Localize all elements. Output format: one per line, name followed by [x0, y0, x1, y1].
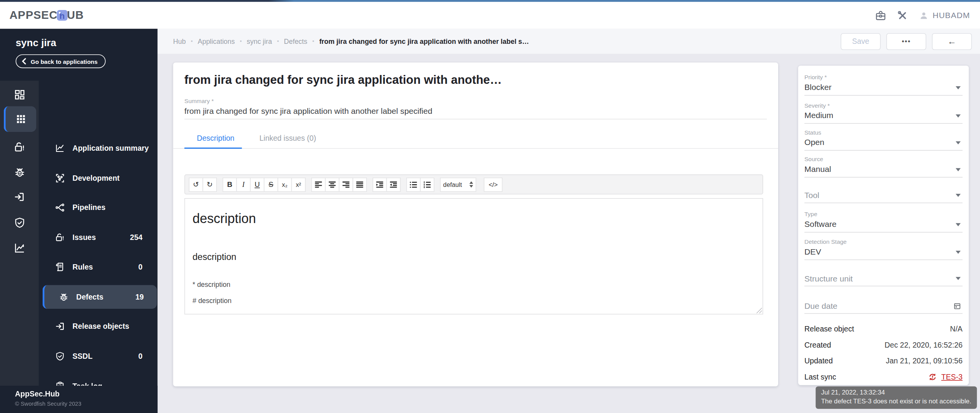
subscript-button[interactable]: x₂	[278, 177, 292, 192]
defect-title: from jira changed for sync jira applicat…	[185, 73, 502, 87]
sidebar-item-rules[interactable]: Rules 0	[39, 255, 158, 279]
summary-label: Summary *	[185, 98, 214, 105]
pipeline-icon	[55, 203, 65, 213]
numbered-list-button[interactable]	[420, 177, 434, 192]
shield-check-icon	[55, 351, 65, 361]
briefcase-icon[interactable]	[875, 10, 886, 21]
due-date-placeholder: Due date	[804, 301, 962, 311]
underline-button[interactable]: U	[250, 177, 264, 192]
align-center-button[interactable]	[325, 177, 339, 192]
sidebar: sync jira Go back to applications	[0, 29, 158, 413]
user-menu[interactable]: HUBADM	[919, 10, 970, 20]
item-count: 19	[135, 293, 144, 301]
save-button[interactable]: Save	[841, 33, 881, 50]
top-bar: APPSEC h UB HUBADM	[0, 2, 980, 29]
redo-button[interactable]: ↻	[203, 177, 217, 192]
rail-metrics-icon[interactable]	[0, 235, 39, 260]
sidebar-item-ssdl[interactable]: SSDL 0	[39, 345, 158, 368]
severity-label: Severity *	[804, 102, 962, 109]
align-left-button[interactable]	[311, 177, 326, 192]
paragraph-format-select[interactable]: default	[440, 177, 476, 192]
detection-stage-value: DEV	[804, 247, 962, 256]
breadcrumb-defects[interactable]: Defects	[284, 38, 308, 45]
code-view-button[interactable]: </>	[484, 177, 502, 192]
superscript-button[interactable]: x²	[291, 177, 306, 192]
breadcrumb-band: Hub• Applications• sync jira• Defects• f…	[158, 29, 980, 54]
breadcrumb-hub[interactable]: Hub	[173, 38, 186, 45]
editor-toolbar: ↺ ↻ B I U S x₂ x²	[185, 175, 763, 195]
source-field[interactable]: Source Manual	[804, 156, 962, 174]
editor-paragraph2: # description	[193, 297, 231, 305]
app-logo[interactable]: APPSEC h UB	[9, 9, 84, 22]
align-right-button[interactable]	[339, 177, 353, 192]
rail-issues-icon[interactable]	[0, 135, 39, 160]
tab-description[interactable]: Description	[185, 130, 247, 150]
tooltip-message: The defect TES-3 does not exist or is no…	[821, 397, 971, 406]
tool-field[interactable]: Tool	[804, 191, 962, 200]
breadcrumb-applications[interactable]: Applications	[198, 38, 235, 45]
tooltip-timestamp: Jul 21, 2022, 13:32:34	[821, 388, 971, 397]
back-button[interactable]: ←	[932, 33, 972, 50]
strikethrough-button[interactable]: S	[264, 177, 278, 192]
severity-value: Medium	[804, 111, 962, 120]
undo-button[interactable]: ↺	[189, 177, 203, 192]
sidebar-footer: AppSec.Hub © Swordfish Security 2023	[0, 386, 158, 413]
chevron-down-icon	[956, 277, 961, 280]
sidebar-item-issues[interactable]: Issues 254	[39, 226, 158, 250]
tab-linked-issues[interactable]: Linked issues (0)	[247, 130, 329, 150]
calendar-icon[interactable]	[953, 302, 961, 310]
rail-release-objects-icon[interactable]	[0, 185, 39, 210]
align-justify-button[interactable]	[353, 177, 367, 192]
source-label: Source	[804, 156, 962, 163]
status-value: Open	[804, 138, 962, 147]
rail-ssdl-icon[interactable]	[0, 210, 39, 235]
severity-field[interactable]: Severity * Medium	[804, 102, 962, 120]
type-label: Type	[804, 211, 962, 218]
breadcrumb-current: from jira changed for sync jira applicat…	[319, 38, 529, 45]
sidebar-item-pipelines[interactable]: Pipelines	[39, 196, 158, 220]
summary-input[interactable]: from jira changed for sync jira applicat…	[185, 106, 433, 115]
resize-grip[interactable]	[756, 308, 762, 313]
sidebar-item-application-summary[interactable]: Application summary	[39, 136, 158, 160]
detection-stage-field[interactable]: Detection Stage DEV	[804, 238, 962, 256]
source-value: Manual	[804, 165, 962, 174]
project-title: sync jira	[16, 38, 57, 49]
rules-icon	[55, 262, 65, 272]
chart-icon	[55, 143, 65, 153]
rail-apps-grid-icon[interactable]	[4, 106, 37, 132]
type-field[interactable]: Type Software	[804, 211, 962, 229]
due-date-field[interactable]: Due date	[804, 301, 962, 311]
more-actions-button[interactable]: •••	[886, 33, 926, 50]
sidebar-item-development[interactable]: Development	[39, 166, 158, 190]
footer-copyright: © Swordfish Security 2023	[15, 401, 82, 407]
unlock-alert-icon	[55, 233, 65, 243]
status-field[interactable]: Status Open	[804, 129, 962, 147]
breadcrumb-app[interactable]: sync jira	[247, 38, 272, 45]
type-value: Software	[804, 220, 962, 229]
release-object-value: N/A	[950, 325, 963, 333]
sidebar-item-release-objects[interactable]: Release objects	[39, 315, 158, 338]
logo-cube-icon: h	[57, 10, 68, 21]
sidebar-item-defects[interactable]: Defects 19	[43, 285, 157, 309]
structure-unit-field[interactable]: Structure unit	[804, 274, 962, 283]
chevron-left-icon	[22, 58, 26, 64]
chevron-down-icon	[956, 141, 961, 144]
last-sync-row: Last sync TES-3	[804, 373, 962, 381]
chevron-down-icon	[956, 115, 961, 118]
person-icon	[919, 10, 929, 20]
bold-button[interactable]: B	[223, 177, 237, 192]
priority-field[interactable]: Priority * Blocker	[804, 74, 962, 92]
outdent-button[interactable]	[386, 177, 401, 192]
rail-dashboard-icon[interactable]	[0, 82, 39, 107]
description-editor[interactable]: description description * description # …	[185, 198, 763, 314]
tools-icon[interactable]	[897, 10, 908, 21]
indent-button[interactable]	[373, 177, 387, 192]
sync-issue-link[interactable]: TES-3	[941, 373, 962, 381]
bullet-list-button[interactable]	[406, 177, 421, 192]
chevron-down-icon	[956, 223, 961, 226]
italic-button[interactable]: I	[236, 177, 251, 192]
rail-defects-icon[interactable]	[0, 160, 39, 185]
go-back-to-applications-button[interactable]: Go back to applications	[16, 54, 106, 68]
bug-icon	[59, 292, 69, 302]
item-count: 0	[138, 352, 143, 361]
